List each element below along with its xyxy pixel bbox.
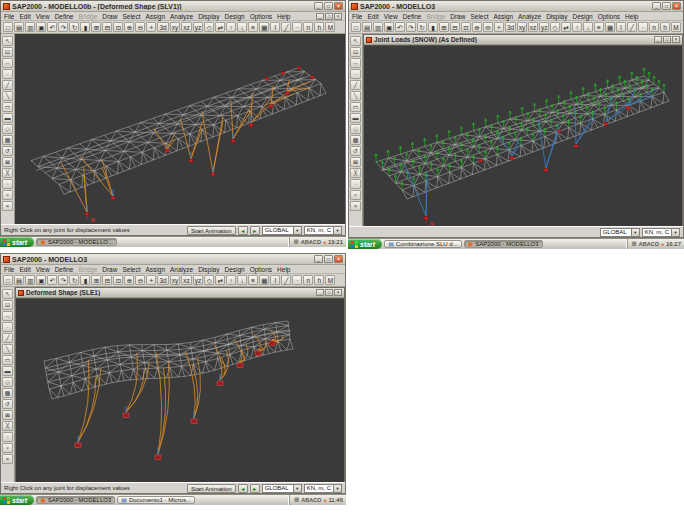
perspective-icon[interactable]: ◇ [204,275,214,285]
menu-item[interactable]: View [36,13,50,20]
tray-app-icon[interactable]: ▦ [294,239,299,245]
tray-status-icon[interactable]: ● [323,498,326,503]
menu-item[interactable]: File [352,13,362,20]
menu-item[interactable]: Help [277,13,290,20]
view-yz-icon[interactable]: yz [193,22,204,32]
lock-model-icon[interactable]: ▮ [80,275,90,285]
hinge-icon[interactable]: n [303,275,313,285]
draw-poly-tool-icon[interactable]: ◇ [2,124,13,134]
refresh-view-icon[interactable]: ↻ [417,22,427,32]
zoom-in-icon[interactable]: ⊕ [124,275,134,285]
lock-model-icon[interactable]: ▮ [80,22,90,32]
intersecting-select-icon[interactable]: ╳ [2,421,13,431]
pointer-tool-icon[interactable]: ↖ [2,36,13,46]
menu-item[interactable]: Assign [146,13,166,20]
select-window-icon[interactable]: ⊡ [2,300,13,310]
titlebar[interactable]: SAP2000 - MODELLO0b - [Deformed Shape (S… [1,1,345,12]
close-button[interactable]: × [334,2,343,10]
set-display-options-icon[interactable]: ≡ [248,275,258,285]
menu-item[interactable]: Assign [494,13,514,20]
menu-item[interactable]: Design [224,13,244,20]
shrink-objects-icon[interactable]: ⇄ [215,22,225,32]
draw-frame-tool-icon[interactable]: ╱ [2,333,13,343]
restore-selection-icon[interactable]: ↺ [2,399,13,409]
previous-zoom-icon[interactable]: ⊡ [113,22,123,32]
print-icon[interactable]: ▣ [384,22,394,32]
child-restore-button[interactable]: □ [663,36,671,43]
snap-intersection-icon[interactable]: × [2,201,13,211]
menu-item[interactable]: Select [470,13,488,20]
taskbar-item[interactable]: ▤Combinazione SLU d... [384,240,461,248]
draw-frame-icon[interactable]: ╱ [281,275,291,285]
quick-frame-tool-icon[interactable]: ╲ [350,91,361,101]
select-all-icon[interactable]: ▩ [2,135,13,145]
quick-area-tool-icon[interactable]: ▬ [350,113,361,123]
snap-joint-icon[interactable]: ◦ [350,179,361,189]
prev-frame-button[interactable]: ◄ [238,226,248,235]
new-model-icon[interactable]: □ [3,22,13,32]
units-dropdown[interactable]: KN, m, C▼ [304,226,342,235]
menu-item[interactable]: Options [250,266,272,273]
restore-full-view-icon[interactable]: ⊟ [102,22,112,32]
menu-item[interactable]: Help [277,266,290,273]
menu-item[interactable]: Display [546,13,567,20]
taskbar-item[interactable]: ▣SAP2000 - MODELLO3 [464,240,543,248]
minimize-button[interactable]: _ [314,255,323,263]
special-joint-icon[interactable]: · [292,22,302,32]
draw-frame-icon[interactable]: ╱ [281,22,291,32]
view-xy-icon[interactable]: xy [170,275,181,285]
menu-item[interactable]: Draw [102,13,117,20]
special-joint-icon[interactable]: · [292,275,302,285]
special-joint-icon[interactable]: · [638,22,648,32]
menu-item[interactable]: Define [55,13,74,20]
snap-joint-icon[interactable]: ◦ [2,179,13,189]
snap-midpoint-icon[interactable]: ∘ [350,190,361,200]
assign-elements-icon[interactable]: ▦ [605,22,615,32]
new-model-icon[interactable]: □ [351,22,361,32]
start-button[interactable]: start [0,237,34,247]
save-model-icon[interactable]: ▥ [25,22,35,32]
hinge-icon[interactable]: n [649,22,659,32]
zoom-out-icon[interactable]: ⊖ [483,22,493,32]
zoom-out-icon[interactable]: ⊖ [135,22,145,32]
draw-frame-tool-icon[interactable]: ╱ [350,80,361,90]
reshape-tool-icon[interactable]: ↔ [2,311,13,321]
menu-item[interactable]: Bridge [426,13,445,20]
menu-item[interactable]: Design [572,13,592,20]
child-minimize-button[interactable]: _ [654,36,662,43]
quick-area-tool-icon[interactable]: ▬ [2,113,13,123]
menu-item[interactable]: Analyze [170,266,193,273]
save-model-icon[interactable]: ▥ [373,22,383,32]
menu-item[interactable]: View [384,13,398,20]
move-up-level-icon[interactable]: ↑ [226,22,236,32]
move-down-level-icon[interactable]: ↓ [237,275,247,285]
prev-frame-button[interactable]: ◄ [238,484,248,493]
draw-area-tool-icon[interactable]: ▭ [2,102,13,112]
restore-full-view-icon[interactable]: ⊟ [102,275,112,285]
release-icon[interactable]: h [314,22,324,32]
tray-app-icon[interactable]: ▦ [632,241,637,247]
move-down-level-icon[interactable]: ↓ [237,22,247,32]
coordinate-system-dropdown[interactable]: GLOBAL▼ [600,228,640,237]
zoom-in-icon[interactable]: ⊕ [124,22,134,32]
pan-icon[interactable]: + [146,275,156,285]
release-icon[interactable]: h [314,275,324,285]
view-xy-icon[interactable]: xy [170,22,181,32]
draw-frame-tool-icon[interactable]: ╱ [2,80,13,90]
menu-item[interactable]: File [4,13,14,20]
move-up-level-icon[interactable]: ↑ [226,275,236,285]
child-close-button[interactable]: × [334,13,342,20]
menu-item[interactable]: Select [122,266,140,273]
undo-icon[interactable]: ↶ [47,22,57,32]
view-xz-icon[interactable]: xz [181,275,192,285]
snap-joint-icon[interactable]: ◦ [2,432,13,442]
view-xz-icon[interactable]: xz [181,22,192,32]
shrink-objects-icon[interactable]: ⇄ [561,22,571,32]
previous-zoom-icon[interactable]: ⊡ [461,22,471,32]
open-model-icon[interactable]: ▤ [14,275,24,285]
clear-selection-icon[interactable]: ⊠ [2,157,13,167]
menu-item[interactable]: Edit [367,13,378,20]
set-display-options-icon[interactable]: ≡ [594,22,604,32]
frame-section-icon[interactable]: I [616,22,626,32]
draw-area-tool-icon[interactable]: ▭ [350,102,361,112]
